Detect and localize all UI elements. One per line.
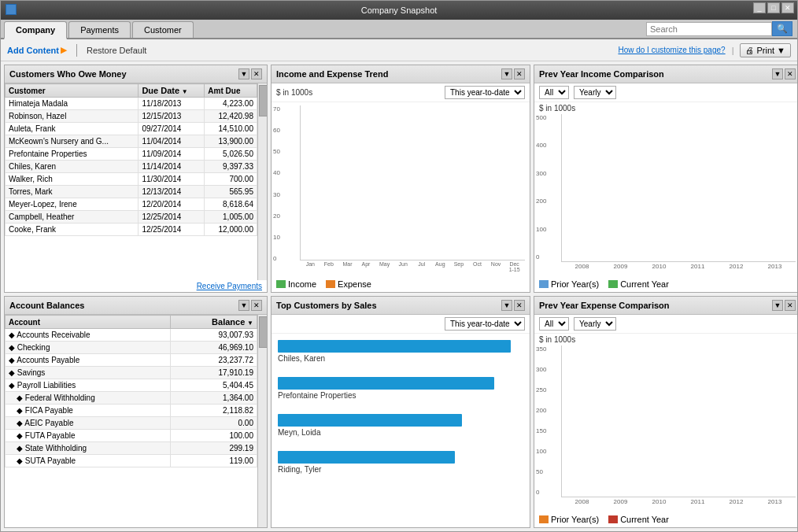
account-name: ◆ Accounts Receivable [6,329,171,342]
account-balance: 0.00 [171,417,257,430]
tab-company[interactable]: Company [4,21,67,39]
toolbar-divider [76,44,77,57]
top-customers-close[interactable]: ✕ [514,300,525,311]
account-balance: 119.00 [171,455,257,467]
table-row[interactable]: Chiles, Karen 11/14/2014 9,397.33 [6,161,257,173]
account-balances-header: Account Balances ▼ ✕ [5,297,267,315]
col-account-balance[interactable]: Balance ▼ [171,316,257,329]
table-row[interactable]: Walker, Rich 11/30/2014 700.00 [6,173,257,186]
income-expense-panel: Income and Expense Trend ▼ ✕ $ in 1000s … [271,65,530,293]
toolbar-separator: | [732,46,734,55]
add-content-arrow: ▶ [61,46,67,54]
col-amt-due[interactable]: Amt Due [205,84,257,98]
prev-income-yearly-select[interactable]: Yearly [574,86,616,99]
table-row[interactable]: Cooke, Frank 12/25/2014 12,000.00 [6,224,257,236]
customer-name: Riding, Tyler [278,465,523,474]
minimize-button[interactable]: _ [753,2,766,13]
prev-expense-collapse[interactable]: ▼ [772,300,783,311]
print-button[interactable]: 🖨 Print ▼ [740,43,791,57]
search-input[interactable] [646,22,772,36]
customer-bar-row: Prefontaine Properties [278,377,523,400]
table-row[interactable]: ◆ FICA Payable 2,118.82 [6,405,257,417]
account-balances-scrollbar-thumb[interactable] [259,316,267,348]
table-row[interactable]: ◆ Checking 46,969.10 [6,342,257,354]
account-balance: 1,364.00 [171,392,257,405]
search-button[interactable]: 🔍 [772,21,792,36]
account-balances-close[interactable]: ✕ [251,300,262,311]
account-name: ◆ Checking [6,342,171,354]
top-customers-collapse[interactable]: ▼ [501,300,512,311]
col-customer[interactable]: Customer [6,84,139,98]
account-balances-scrollbar[interactable] [257,315,267,527]
prev-income-filter-select[interactable]: All [539,86,569,99]
table-row[interactable]: ◆ AEIC Payable 0.00 [6,417,257,430]
col-due-date[interactable]: Due Date ▼ [139,84,205,98]
due-date: 12/13/2014 [139,186,205,198]
close-button[interactable]: ✕ [781,2,794,13]
due-date: 12/15/2013 [139,110,205,123]
table-row[interactable]: ◆ FUTA Payable 100.00 [6,430,257,442]
table-row[interactable]: ◆ Savings 17,910.19 [6,367,257,379]
table-row[interactable]: ◆ State Withholding 299.19 [6,442,257,455]
customer-bar[interactable] [278,414,462,427]
customers-owe-scrollbar[interactable] [257,83,267,280]
account-name: ◆ Payroll Liabilities [6,379,171,392]
receive-payments-link[interactable]: Receive Payments [5,280,267,292]
col-account-name[interactable]: Account [6,316,171,329]
customer-bar-row: Chiles, Karen [278,340,523,363]
tab-payments[interactable]: Payments [68,21,131,38]
income-expense-close[interactable]: ✕ [514,68,525,79]
table-row[interactable]: ◆ Payroll Liabilities 5,404.45 [6,379,257,392]
customers-owe-header: Customers Who Owe Money ▼ ✕ [5,65,267,83]
amt-due: 5,026.50 [205,148,257,161]
table-row[interactable]: McKeown's Nursery and G... 11/04/2014 13… [6,135,257,148]
customers-owe-scrollbar-thumb[interactable] [259,85,267,116]
table-row[interactable]: ◆ Accounts Payable 23,237.72 [6,354,257,367]
restore-default-link[interactable]: Restore Default [87,46,146,55]
customer-bar[interactable] [278,340,511,353]
trend-toolbar: $ in 1000s This year-to-date [272,83,530,102]
income-expense-collapse[interactable]: ▼ [501,68,512,79]
table-row[interactable]: Torres, Mark 12/13/2014 565.95 [6,186,257,198]
table-row[interactable]: ◆ Accounts Receivable 93,007.93 [6,329,257,342]
add-content-button[interactable]: Add Content ▶ [7,46,67,55]
table-row[interactable]: Campbell, Heather 12/25/2014 1,005.00 [6,211,257,224]
table-row[interactable]: Prefontaine Properties 11/09/2014 5,026.… [6,148,257,161]
tab-customer[interactable]: Customer [132,21,194,38]
customer-name: Meyn, Loida [278,428,523,437]
income-chart-area: 70 60 50 40 30 20 10 0 [272,102,530,278]
customer-name: Robinson, Hazel [6,110,139,123]
top-customers-period-select[interactable]: This year-to-date [445,317,525,331]
table-row[interactable]: ◆ Federal Withholding 1,364.00 [6,392,257,405]
customers-owe-scroll: Customer Due Date ▼ Amt Due Himateja Mad… [5,83,267,280]
prev-expense-yearly-select[interactable]: Yearly [574,317,616,331]
amt-due: 8,618.64 [205,198,257,211]
account-balance: 23,237.72 [171,354,257,367]
prev-expense-header: Prev Year Expense Comparison ▼ ✕ [534,297,797,315]
prev-expense-close[interactable]: ✕ [785,300,796,311]
amt-due: 700.00 [205,173,257,186]
customer-bar[interactable] [278,451,455,464]
customers-owe-table-wrap: Customer Due Date ▼ Amt Due Himateja Mad… [5,83,257,280]
customer-bar[interactable] [278,377,494,390]
table-row[interactable]: Himateja Madala 11/18/2013 4,223.00 [6,98,257,110]
account-balance: 46,969.10 [171,342,257,354]
due-date: 09/27/2014 [139,123,205,135]
how-customize-link[interactable]: How do I customize this page? [618,46,725,54]
trend-y-label: $ in 1000s [276,88,312,97]
customers-owe-close[interactable]: ✕ [251,68,262,79]
table-row[interactable]: Auleta, Frank 09/27/2014 14,510.00 [6,123,257,135]
prev-income-collapse[interactable]: ▼ [772,68,783,79]
table-row[interactable]: Robinson, Hazel 12/15/2013 12,420.98 [6,110,257,123]
account-balances-collapse[interactable]: ▼ [238,300,249,311]
table-row[interactable]: ◆ SUTA Payable 119.00 [6,455,257,467]
maximize-button[interactable]: □ [767,2,780,13]
customers-owe-panel: Customers Who Owe Money ▼ ✕ Customer Due… [4,65,268,293]
trend-period-select[interactable]: This year-to-date [445,86,525,99]
prev-expense-filter-select[interactable]: All [539,317,569,331]
income-x-labels: Jan Feb Mar Apr May Jun Jul Aug Sep Oct … [300,260,525,272]
customers-owe-collapse[interactable]: ▼ [238,68,249,79]
table-row[interactable]: Meyer-Lopez, Irene 12/20/2014 8,618.64 [6,198,257,211]
due-date: 11/18/2013 [139,98,205,110]
prev-income-close[interactable]: ✕ [785,68,796,79]
